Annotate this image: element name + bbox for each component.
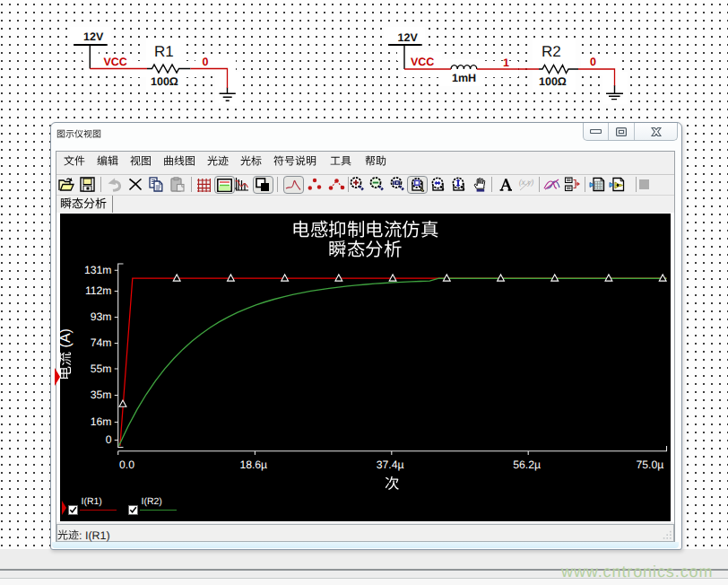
toolbar-copy-icon[interactable] <box>145 176 166 193</box>
close-button[interactable] <box>635 123 677 140</box>
toolbar-separator <box>636 177 637 192</box>
y-axis-title: (A) <box>57 283 75 426</box>
toolbar-separator <box>539 177 540 192</box>
toolbar-open-icon[interactable] <box>56 176 77 193</box>
status-bar: : I(R1) <box>56 524 674 542</box>
series-I(R1) <box>120 278 667 446</box>
window-controls <box>583 123 678 141</box>
x-tick-label: 75.0µ <box>637 458 664 471</box>
legend-line-sample <box>80 510 117 511</box>
v2-label: 12V <box>398 31 419 44</box>
toolbar-hand-icon[interactable] <box>470 176 490 193</box>
watermark-text: www.cntronics.com <box>561 563 723 581</box>
minimize-button[interactable] <box>584 123 609 140</box>
window-frame-bottom <box>52 542 679 548</box>
net-0-label: 0 <box>203 56 209 68</box>
toolbar: (x,y) <box>56 176 674 196</box>
toolbar-zoomv-icon[interactable] <box>449 176 470 193</box>
toolbar-export-icon[interactable] <box>562 176 583 193</box>
toolbar-save-icon[interactable] <box>77 176 98 193</box>
series-I(R2) <box>119 278 667 446</box>
close-icon <box>651 127 662 136</box>
toolbar-separator <box>585 177 585 192</box>
toolbar-curve-icon[interactable] <box>283 176 304 194</box>
menu-item-edit[interactable] <box>97 155 118 168</box>
r1-value: 100Ω <box>151 75 178 88</box>
toolbar-dotline-icon[interactable] <box>326 176 347 193</box>
menu-item-help[interactable] <box>365 155 386 168</box>
toolbar-delete-icon[interactable] <box>125 176 145 193</box>
toolbar-separator <box>191 177 192 192</box>
grapher-window: (x,y) 016m35m55m74m93m112m131m0.018.6µ37… <box>50 122 682 550</box>
circuit-schematic: 12V VCC R1 100Ω 0 12V VCC 1mH 1 R2 100Ω … <box>0 0 728 121</box>
toolbar-grid-icon[interactable] <box>194 176 214 193</box>
menu-item-view[interactable] <box>130 155 152 168</box>
series-marker <box>389 275 396 281</box>
toolbar-stop-icon[interactable] <box>634 176 654 193</box>
toolbar-zoomin-icon[interactable] <box>347 176 368 193</box>
toolbar-separator <box>277 177 278 192</box>
menu-item-legend[interactable] <box>273 155 316 168</box>
legend-selected-arrow <box>62 501 66 515</box>
net-vcc-label: VCC <box>104 56 127 68</box>
r2-value: 100Ω <box>539 75 567 88</box>
menu-item-tools[interactable] <box>330 155 351 168</box>
legend-label-I(R2): I(R2) <box>142 496 162 507</box>
minimize-icon <box>590 129 602 134</box>
x-tick-label: 37.4µ <box>377 458 404 471</box>
resize-grip[interactable] <box>662 529 672 540</box>
v1-label: 12V <box>83 31 104 43</box>
toolbar-overlay-icon[interactable] <box>542 176 562 193</box>
chart-panel: 016m35m55m74m93m112m131m0.018.6µ37.4µ56.… <box>56 213 674 522</box>
chart-black-area: 016m35m55m74m93m112m131m0.018.6µ37.4µ56.… <box>60 214 671 521</box>
legend-checkbox-I(R2)[interactable] <box>128 505 138 515</box>
net-1-label: 1 <box>503 57 509 69</box>
toolbar-separator <box>491 177 492 192</box>
maximize-icon <box>616 127 627 136</box>
chart-title <box>60 220 671 241</box>
toolbar-separator <box>348 177 349 192</box>
selected-trace-arrow <box>55 368 60 386</box>
toolbar-zoomsel-icon[interactable] <box>407 176 428 194</box>
toolbar-paste-icon[interactable] <box>167 176 187 193</box>
r1-refdes: R1 <box>154 43 174 60</box>
legend-line-sample <box>140 510 177 511</box>
net-vcc2-label: VCC <box>411 56 434 68</box>
maximize-button[interactable] <box>609 123 635 140</box>
series-marker <box>119 400 126 406</box>
legend-checkbox-I(R1)[interactable] <box>68 505 78 515</box>
x-tick-label: 18.6µ <box>239 458 267 471</box>
net-02-label: 0 <box>590 56 596 68</box>
l1-value: 1mH <box>452 72 476 84</box>
series-marker <box>173 275 180 281</box>
toolbar-text-icon[interactable] <box>496 176 516 193</box>
x-tick-label: 0.0 <box>119 458 134 471</box>
toolbar-zoomh-icon[interactable] <box>429 176 449 193</box>
legend-label-I(R1): I(R1) <box>82 496 102 507</box>
series-marker <box>335 275 342 281</box>
window-client-area: (x,y) 016m35m55m74m93m112m131m0.018.6µ37… <box>56 151 675 542</box>
toolbar-xy-icon[interactable]: (x,y) <box>516 176 536 193</box>
toolbar-bw-icon[interactable] <box>253 176 273 194</box>
tab-transient-analysis[interactable] <box>57 196 113 214</box>
toolbar-undo-icon[interactable] <box>105 176 126 193</box>
toolbar-excel-icon[interactable] <box>587 176 608 193</box>
status-text: : I(R1) <box>57 529 110 542</box>
toolbar-traces-icon[interactable] <box>231 176 252 193</box>
series-marker <box>228 275 235 281</box>
chart-subtitle <box>60 240 671 261</box>
toolbar-separator <box>100 177 101 192</box>
series-marker <box>282 275 289 281</box>
x-axis-title <box>378 476 405 493</box>
toolbar-pagearrow-icon[interactable] <box>607 176 628 193</box>
toolbar-dots-icon[interactable] <box>305 176 325 193</box>
window-title <box>56 129 101 140</box>
menu-item-cursor[interactable] <box>240 155 262 168</box>
menu-item-file[interactable] <box>64 155 85 168</box>
x-tick-label: 56.2µ <box>513 458 541 471</box>
y-tick-label: 0 <box>67 433 112 446</box>
menu-item-graph[interactable] <box>163 155 195 168</box>
menu-item-trace[interactable] <box>207 155 229 168</box>
toolbar-zoom100-icon[interactable] <box>387 176 408 193</box>
toolbar-zoomout-icon[interactable] <box>367 176 387 193</box>
